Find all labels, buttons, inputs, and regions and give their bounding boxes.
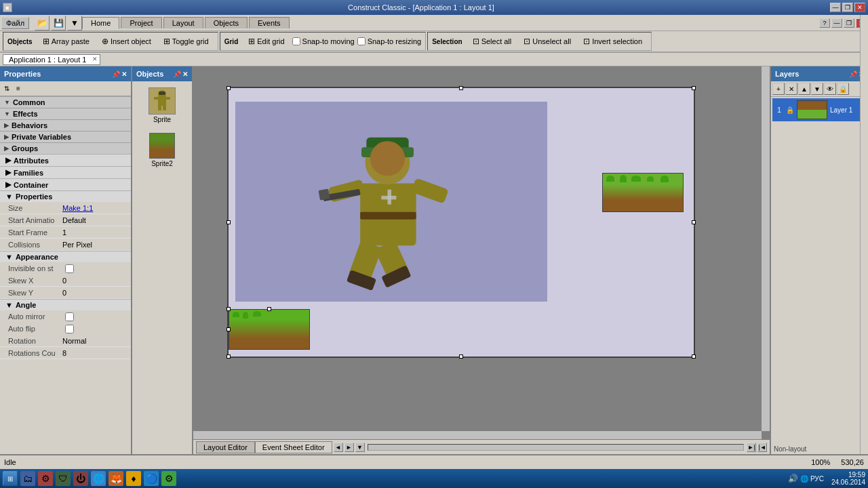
sprite-object[interactable]: Sprite bbox=[135, 84, 189, 127]
handle-ml[interactable] bbox=[226, 220, 231, 224]
open-icon[interactable]: 📂 bbox=[35, 16, 50, 30]
handle-bl[interactable] bbox=[226, 354, 231, 359]
objects-header: Objects 📌 ✕ bbox=[132, 66, 192, 81]
start-anim-label: Start Animatio bbox=[8, 216, 62, 224]
handle-br[interactable] bbox=[692, 354, 696, 359]
ground-handle-tl[interactable] bbox=[226, 307, 231, 311]
tab-right-btn[interactable]: ► bbox=[344, 443, 354, 452]
save-icon[interactable]: 💾 bbox=[51, 16, 66, 30]
layer-1-item[interactable]: 1 🔒 Layer 1 bbox=[772, 98, 867, 121]
layers-scrollbar[interactable] bbox=[860, 15, 868, 488]
effects-section[interactable]: ▼ Effects bbox=[0, 108, 131, 119]
select-all-btn[interactable]: ⊡ Select all bbox=[468, 35, 517, 48]
size-value[interactable]: Make 1:1 bbox=[62, 204, 93, 212]
sprite2-object[interactable]: Sprite2 bbox=[135, 129, 189, 171]
properties-pin-icon[interactable]: 📌 bbox=[112, 70, 120, 78]
taskbar-app-5[interactable]: 🌐 bbox=[91, 471, 106, 486]
layout-canvas[interactable] bbox=[227, 87, 695, 358]
layer-visible-btn[interactable]: 👁 bbox=[824, 83, 836, 95]
array-paste-btn[interactable]: ⊞ Array paste bbox=[38, 35, 94, 48]
layer-down-btn[interactable]: ▼ bbox=[811, 83, 823, 95]
start-button[interactable]: ⊞ bbox=[3, 471, 18, 486]
layers-pin-icon[interactable]: 📌 bbox=[849, 70, 857, 78]
invisible-checkbox[interactable] bbox=[65, 264, 74, 273]
behaviors-section[interactable]: ▶ Behaviors bbox=[0, 119, 131, 131]
handle-tr[interactable] bbox=[692, 86, 696, 90]
canvas-area[interactable] bbox=[193, 66, 770, 439]
taskbar-app-1[interactable]: 🗂 bbox=[20, 471, 35, 486]
auto-flip-checkbox[interactable] bbox=[65, 325, 74, 333]
close-button[interactable]: ✕ bbox=[854, 3, 865, 12]
event-sheet-tab[interactable]: Event Sheet Editor bbox=[255, 441, 332, 453]
groups-section[interactable]: ▶ Groups bbox=[0, 142, 131, 154]
insert-object-btn[interactable]: ⊕ Insert object bbox=[97, 35, 156, 48]
volume-icon[interactable]: 🔊 bbox=[788, 474, 798, 483]
taskbar-app-4[interactable]: ⏻ bbox=[73, 471, 88, 486]
inner-minimize-btn[interactable]: — bbox=[831, 18, 842, 28]
restore-button[interactable]: ❐ bbox=[842, 3, 853, 12]
taskbar-app-8[interactable]: 🔵 bbox=[144, 471, 159, 486]
tab-left-btn[interactable]: ◄ bbox=[334, 443, 343, 452]
layer-add-btn[interactable]: + bbox=[772, 83, 785, 95]
angle-subsection[interactable]: ▼ Angle bbox=[0, 299, 131, 310]
handle-bc[interactable] bbox=[459, 354, 463, 359]
tab-contract-btn[interactable]: |◄ bbox=[757, 443, 767, 452]
menu-project[interactable]: Project bbox=[121, 17, 161, 28]
snap-moving-checkbox[interactable] bbox=[292, 37, 300, 45]
handle-tl[interactable] bbox=[226, 86, 231, 90]
attributes-subsection[interactable]: ▶ Attributes bbox=[0, 154, 131, 166]
appearance-subsection[interactable]: ▼ Appearance bbox=[0, 251, 131, 262]
inner-restore-btn[interactable]: ❐ bbox=[844, 18, 854, 28]
taskbar-app-3[interactable]: 🛡 bbox=[56, 471, 71, 486]
dropdown-icon[interactable]: ▼ bbox=[67, 16, 82, 30]
taskbar-app-7[interactable]: ♦ bbox=[126, 471, 141, 486]
layer-delete-btn[interactable]: ✕ bbox=[785, 83, 797, 95]
breadcrumb-tab[interactable]: Application 1 : Layout 1 ✕ bbox=[3, 54, 100, 65]
network-icon[interactable]: 🌐 bbox=[800, 475, 808, 483]
auto-mirror-checkbox[interactable] bbox=[65, 312, 74, 321]
handle-tc[interactable] bbox=[459, 86, 463, 90]
taskbar-app-6[interactable]: 🦊 bbox=[108, 471, 123, 486]
private-vars-section[interactable]: ▶ Private Variables bbox=[0, 131, 131, 142]
properties-title: Properties bbox=[4, 70, 41, 78]
menu-objects[interactable]: Objects bbox=[205, 17, 248, 28]
invert-selection-btn[interactable]: ⊡ Invert selection bbox=[578, 35, 647, 48]
layer-up-btn[interactable]: ▲ bbox=[798, 83, 810, 95]
file-menu[interactable]: Файл bbox=[1, 17, 29, 29]
canvas-scroll-right[interactable] bbox=[762, 66, 770, 431]
toggle-grid-btn[interactable]: ⊞ Toggle grid bbox=[159, 35, 214, 48]
tab-dropdown-btn[interactable]: ▼ bbox=[355, 443, 365, 452]
start-frame-label: Start Frame bbox=[8, 228, 62, 237]
inner-help-btn[interactable]: ? bbox=[819, 18, 830, 28]
menu-layout[interactable]: Layout bbox=[163, 17, 203, 28]
breadcrumb-close[interactable]: ✕ bbox=[92, 56, 98, 62]
container-subsection[interactable]: ▶ Container bbox=[0, 178, 131, 190]
ground-handle-ml[interactable] bbox=[226, 327, 231, 331]
props-sort-icon[interactable]: ⇅ bbox=[1, 84, 12, 93]
invert-icon: ⊡ bbox=[583, 37, 590, 46]
ground-handle-tc[interactable] bbox=[267, 307, 271, 311]
properties-subsection[interactable]: ▼ Properties bbox=[0, 190, 131, 202]
snap-resizing-checkbox[interactable] bbox=[357, 37, 366, 45]
layout-editor-tab[interactable]: Layout Editor bbox=[196, 441, 255, 453]
taskbar-app-2[interactable]: ⚙ bbox=[38, 471, 53, 486]
menu-home[interactable]: Home bbox=[82, 17, 119, 29]
props-group-icon[interactable]: ≡ bbox=[14, 84, 23, 93]
unselect-all-btn[interactable]: ⊡ Unselect all bbox=[519, 35, 576, 48]
minimize-button[interactable]: — bbox=[830, 3, 841, 12]
menu-events[interactable]: Events bbox=[249, 17, 290, 28]
common-section[interactable]: ▼ Common bbox=[0, 96, 131, 108]
layer-lock-btn[interactable]: 🔒 bbox=[837, 83, 849, 95]
ground-selected[interactable] bbox=[229, 309, 310, 350]
tab-scrollbar[interactable] bbox=[368, 444, 744, 451]
taskbar-app-9[interactable]: ⚙ bbox=[161, 471, 176, 486]
properties-close-icon[interactable]: ✕ bbox=[121, 70, 127, 78]
edit-grid-btn[interactable]: ⊞ Edit grid bbox=[243, 35, 289, 48]
objects-close-icon[interactable]: ✕ bbox=[182, 70, 188, 78]
canvas-scroll-bottom[interactable] bbox=[193, 431, 762, 439]
terrain-large[interactable] bbox=[602, 173, 684, 212]
tab-expand-btn[interactable]: ►| bbox=[747, 443, 756, 452]
objects-pin-icon[interactable]: 📌 bbox=[173, 70, 181, 78]
families-subsection[interactable]: ▶ Families bbox=[0, 166, 131, 178]
handle-mr[interactable] bbox=[692, 220, 696, 224]
